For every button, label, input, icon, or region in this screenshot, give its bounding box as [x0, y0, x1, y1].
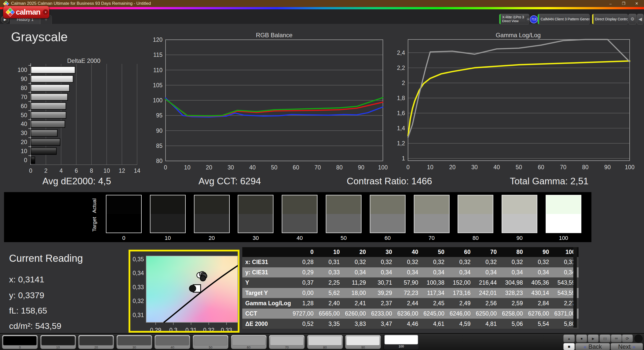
table-cell: 0,32 — [500, 257, 526, 267]
collapse-panel-button[interactable]: ◀ — [637, 14, 643, 24]
pattern-window-button[interactable]: ■ — [563, 343, 575, 350]
swatch-target — [458, 214, 493, 233]
meter-dropdown-3[interactable]: Direct Display Control▾ — [592, 14, 628, 24]
maximize-button[interactable]: ❐ — [620, 1, 627, 6]
swatch-level-label: 70 — [414, 235, 450, 241]
pattern-patch-20[interactable]: 20 — [78, 335, 114, 349]
column-header: 60 — [448, 247, 474, 257]
patch-color — [155, 336, 189, 345]
svg-text:6: 6 — [75, 167, 78, 174]
pattern-patch-50[interactable]: 50 — [193, 335, 228, 349]
play-measure-button[interactable]: ▶ — [588, 334, 599, 342]
settings-button[interactable]: ⚙ — [628, 14, 636, 24]
table-cell: 2,25 — [317, 278, 343, 288]
patch-label: 90 — [345, 345, 381, 349]
grayscale-swatch-100 — [546, 195, 581, 233]
patch-label: 0 — [2, 345, 37, 349]
deltae-bar-chart: 100908070605040302010002468101214 — [15, 60, 145, 176]
table-scrollbar[interactable] — [573, 247, 577, 328]
meter-label: CalMAN Client 3 Pattern Generator — [539, 17, 590, 22]
pattern-patch-70[interactable]: 70 — [269, 335, 305, 349]
pattern-patch-60[interactable]: 60 — [231, 335, 267, 349]
pattern-patch-100[interactable]: 100 — [383, 334, 419, 350]
pattern-patch-0[interactable]: 0 — [2, 335, 38, 349]
swatch-actual — [194, 195, 229, 214]
next-chevron-icon: » — [633, 344, 635, 350]
meter-dropdown-1[interactable]: X-Rite i1Pro 3Direct View▾ — [499, 14, 529, 24]
swatch-target — [546, 214, 581, 233]
svg-text:80: 80 — [156, 158, 163, 164]
infinity-icon: ∞ — [615, 336, 618, 341]
svg-text:0: 0 — [407, 164, 410, 170]
table-cell: 6236,00 — [395, 309, 422, 319]
stat-contrast-ratio: Contrast Ratio: 1466 — [347, 176, 432, 187]
svg-text:105: 105 — [153, 82, 163, 89]
swatch-actual — [502, 195, 537, 214]
table-cell: 6258,00 — [500, 309, 526, 319]
patch-label: 70 — [269, 345, 304, 349]
pattern-patch-90[interactable]: 90 — [345, 335, 381, 349]
refresh-icon: ⟳ — [626, 336, 629, 341]
meter-label: Direct Display Control — [593, 17, 628, 22]
swatch-level-label: 90 — [502, 235, 537, 241]
meter-dropdown-2[interactable]: CalMAN Client 3 Pattern Generator▾ — [538, 14, 590, 24]
pattern-patch-80[interactable]: 80 — [307, 335, 343, 349]
titlebar: Calman 2025 Calman Ultimate for Business… — [0, 0, 644, 7]
stat-avg-cct: Avg CCT: 6294 — [198, 176, 261, 187]
swatch-target — [150, 214, 185, 233]
swatch-target — [194, 214, 229, 233]
continuous-measure-button[interactable]: ∞ — [611, 334, 622, 342]
column-header: 90 — [526, 247, 552, 257]
table-cell: 30,71 — [369, 278, 395, 288]
table-cell: 6245,00 — [422, 309, 448, 319]
pattern-patch-40[interactable]: 40 — [154, 335, 190, 349]
stop-button[interactable]: ■ — [576, 334, 587, 342]
table-cell: 0,37 — [291, 278, 317, 288]
pattern-up-button[interactable]: ▲ — [563, 334, 575, 342]
patch-label: 30 — [117, 345, 152, 349]
rainbow-bar — [0, 7, 644, 9]
svg-text:60: 60 — [21, 103, 27, 109]
svg-text:90: 90 — [21, 76, 27, 82]
back-button-label: Back — [588, 343, 602, 350]
table-cell: 0,34 — [500, 267, 526, 278]
swatch-actual — [458, 195, 493, 214]
close-button[interactable]: ✕ — [633, 1, 640, 6]
table-cell: 18,00 — [343, 288, 369, 298]
svg-text:1,8: 1,8 — [397, 95, 405, 101]
table-cell: 0,34 — [448, 267, 474, 278]
single-measure-button[interactable]: (-) — [599, 334, 611, 342]
svg-text:2,4: 2,4 — [397, 50, 405, 56]
table-row: Gamma Log/Log1,282,402,412,372,442,452,4… — [242, 298, 579, 309]
patch-color — [346, 336, 380, 345]
patch-label: 80 — [307, 345, 343, 349]
svg-text:20: 20 — [449, 164, 456, 170]
table-cell: 0,32 — [422, 257, 448, 267]
svg-text:0,33: 0,33 — [133, 284, 144, 290]
meter-label: X-Rite i1Pro 3Direct View — [501, 15, 525, 23]
next-button[interactable]: Next » — [611, 343, 643, 350]
pattern-patch-30[interactable]: 30 — [116, 335, 152, 349]
table-cell: 6246,00 — [448, 309, 474, 319]
calman-menu-button[interactable]: calman ▾ — [3, 6, 49, 18]
pattern-patch-10[interactable]: 10 — [40, 335, 76, 349]
patch-color — [384, 335, 418, 344]
patch-color — [270, 336, 304, 345]
table-header-row: 0102030405060708090100 — [242, 247, 579, 257]
patch-label: 20 — [78, 345, 114, 349]
refresh-button[interactable]: ⟳ — [622, 334, 633, 342]
reading-fl: fL: 158,65 — [9, 306, 47, 316]
table-cell: 6250,00 — [474, 309, 500, 319]
back-button[interactable]: « Back — [575, 343, 610, 350]
table-cell: 6233,00 — [369, 309, 395, 319]
row-label: y: CIE31 — [242, 267, 291, 278]
table-cell: 0,32 — [395, 257, 422, 267]
svg-text:12: 12 — [119, 167, 125, 174]
svg-text:30: 30 — [21, 130, 27, 136]
row-label: ΔE 2000 — [242, 319, 291, 329]
status-led — [634, 334, 643, 343]
next-button-label: Next — [618, 343, 630, 350]
swatch-actual — [546, 195, 581, 214]
minimize-button[interactable]: – — [607, 2, 614, 6]
gamma-chart: 2,42,221,81,61,41,2101020304050607080901… — [392, 32, 641, 171]
